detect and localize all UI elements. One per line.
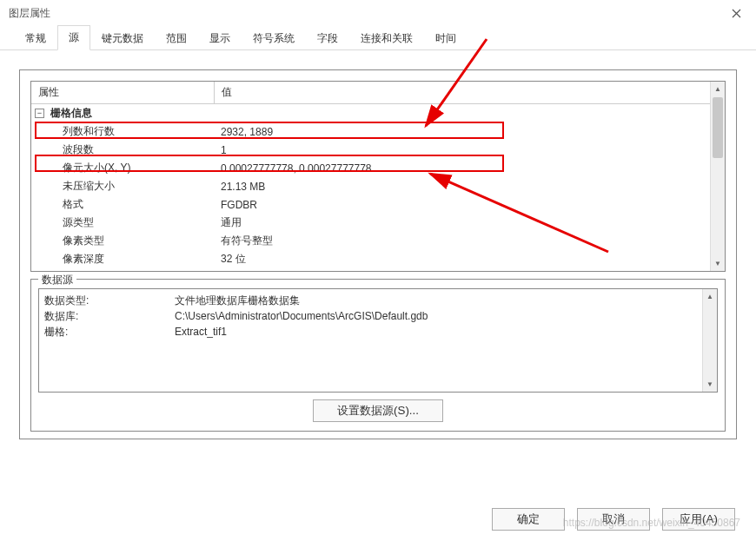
scroll-thumb[interactable] bbox=[713, 97, 723, 158]
prop-cellsize: 像元大小(X, Y) bbox=[31, 159, 214, 177]
tab-label: 显示 bbox=[209, 32, 230, 44]
close-icon bbox=[732, 9, 741, 18]
prop-format: 格式 bbox=[31, 195, 214, 214]
ok-button[interactable]: 确定 bbox=[492, 508, 565, 531]
ds-label-type: 数据类型: bbox=[44, 293, 175, 308]
tab-strip: 常规 源 键元数据 范围 显示 符号系统 字段 连接和关联 时间 bbox=[0, 26, 756, 50]
prop-bands: 波段数 bbox=[31, 141, 214, 159]
tab-label: 源 bbox=[69, 31, 79, 43]
ds-val-raster: Extract_tif1 bbox=[175, 324, 227, 340]
tab-label: 连接和关联 bbox=[361, 32, 413, 44]
tab-extent[interactable]: 范围 bbox=[155, 26, 198, 50]
tab-label: 字段 bbox=[317, 32, 338, 44]
tab-source[interactable]: 源 bbox=[57, 25, 90, 50]
prop-cols-rows: 列数和行数 bbox=[31, 122, 214, 141]
scroll-up-icon[interactable]: ▲ bbox=[711, 82, 725, 96]
col-header-property: 属性 bbox=[31, 82, 214, 104]
val-source-type: 通用 bbox=[214, 214, 710, 232]
tab-fields[interactable]: 字段 bbox=[306, 26, 349, 50]
table-row: 像元大小(X, Y)0.00027777778, 0.00027777778 bbox=[31, 159, 710, 177]
val-pixel-depth: 32 位 bbox=[214, 250, 710, 268]
tab-key-metadata[interactable]: 键元数据 bbox=[90, 26, 155, 50]
ds-label-db: 数据库: bbox=[44, 308, 175, 324]
vertical-scrollbar[interactable]: ▲ ▼ bbox=[702, 289, 717, 392]
data-source-inner: 数据类型:文件地理数据库栅格数据集 数据库:C:\Users\Administr… bbox=[38, 288, 718, 393]
content-area: 属性 值 − 栅格信息 列数和行数2932, 1889 波段数1 bbox=[0, 50, 756, 446]
prop-source-type: 源类型 bbox=[31, 214, 214, 232]
table-row: 波段数1 bbox=[31, 141, 710, 159]
tab-label: 范围 bbox=[166, 32, 187, 44]
set-data-source-button[interactable]: 设置数据源(S)... bbox=[313, 399, 443, 422]
list-item: 数据库:C:\Users\Administrator\Documents\Arc… bbox=[44, 308, 697, 324]
set-source-row: 设置数据源(S)... bbox=[38, 393, 718, 424]
prop-uncompressed: 未压缩大小 bbox=[31, 177, 214, 195]
val-pixel-type: 有符号整型 bbox=[214, 232, 710, 250]
table-row: 像素类型有符号整型 bbox=[31, 232, 710, 250]
table-row: 源类型通用 bbox=[31, 214, 710, 232]
properties-scroll: 属性 值 − 栅格信息 列数和行数2932, 1889 波段数1 bbox=[31, 82, 710, 271]
val-format: FGDBR bbox=[214, 195, 710, 214]
val-uncompressed: 21.13 MB bbox=[214, 177, 710, 195]
col-header-value: 值 bbox=[214, 82, 710, 104]
scroll-down-icon[interactable]: ▼ bbox=[703, 377, 717, 392]
tab-symbology[interactable]: 符号系统 bbox=[242, 26, 306, 50]
dialog-button-row: 确定 取消 应用(A) bbox=[492, 508, 735, 531]
tab-time[interactable]: 时间 bbox=[424, 26, 468, 50]
source-panel: 属性 值 − 栅格信息 列数和行数2932, 1889 波段数1 bbox=[19, 69, 737, 439]
table-row: 像素深度32 位 bbox=[31, 250, 710, 268]
tab-display[interactable]: 显示 bbox=[198, 26, 242, 50]
cancel-button[interactable]: 取消 bbox=[577, 508, 650, 531]
tab-joins-relates[interactable]: 连接和关联 bbox=[349, 26, 424, 50]
val-cellsize: 0.00027777778, 0.00027777778 bbox=[214, 159, 710, 177]
tab-label: 键元数据 bbox=[102, 32, 143, 44]
prop-pixel-depth: 像素深度 bbox=[31, 250, 214, 268]
scroll-up-icon[interactable]: ▲ bbox=[703, 289, 717, 304]
val-bands: 1 bbox=[214, 141, 710, 159]
properties-table: 属性 值 − 栅格信息 列数和行数2932, 1889 波段数1 bbox=[31, 82, 710, 271]
window-title: 图层属性 bbox=[9, 6, 50, 21]
list-item: 栅格:Extract_tif1 bbox=[44, 324, 697, 340]
close-button[interactable] bbox=[723, 0, 749, 26]
title-bar: 图层属性 bbox=[0, 0, 756, 26]
val-cols-rows: 2932, 1889 bbox=[214, 122, 710, 141]
tab-label: 符号系统 bbox=[253, 32, 295, 44]
ds-val-db: C:\Users\Administrator\Documents\ArcGIS\… bbox=[175, 308, 428, 324]
table-row: NoData 值 bbox=[31, 268, 710, 271]
tab-label: 时间 bbox=[435, 32, 456, 44]
ds-val-type: 文件地理数据库栅格数据集 bbox=[175, 293, 300, 308]
prop-nodata: NoData 值 bbox=[31, 268, 214, 271]
scroll-down-icon[interactable]: ▼ bbox=[711, 256, 725, 271]
vertical-scrollbar[interactable]: ▲ ▼ bbox=[710, 82, 725, 271]
apply-button[interactable]: 应用(A) bbox=[662, 508, 735, 531]
ds-label-raster: 栅格: bbox=[44, 324, 175, 340]
group-collapse-toggle[interactable]: − bbox=[35, 109, 44, 118]
tab-label: 常规 bbox=[25, 32, 46, 44]
table-row: 格式FGDBR bbox=[31, 195, 710, 214]
properties-box: 属性 值 − 栅格信息 列数和行数2932, 1889 波段数1 bbox=[30, 81, 726, 272]
table-row: 未压缩大小21.13 MB bbox=[31, 177, 710, 195]
table-row: 列数和行数2932, 1889 bbox=[31, 122, 710, 141]
data-source-legend: 数据源 bbox=[38, 273, 76, 287]
data-source-groupbox: 数据源 数据类型:文件地理数据库栅格数据集 数据库:C:\Users\Admin… bbox=[30, 279, 726, 432]
tab-general[interactable]: 常规 bbox=[14, 26, 57, 50]
group-row-raster-info: − 栅格信息 bbox=[31, 104, 710, 123]
group-label: 栅格信息 bbox=[50, 107, 92, 119]
data-source-body: 数据类型:文件地理数据库栅格数据集 数据库:C:\Users\Administr… bbox=[39, 289, 702, 392]
list-item: 数据类型:文件地理数据库栅格数据集 bbox=[44, 293, 697, 308]
prop-pixel-type: 像素类型 bbox=[31, 232, 214, 250]
val-nodata bbox=[214, 268, 710, 271]
